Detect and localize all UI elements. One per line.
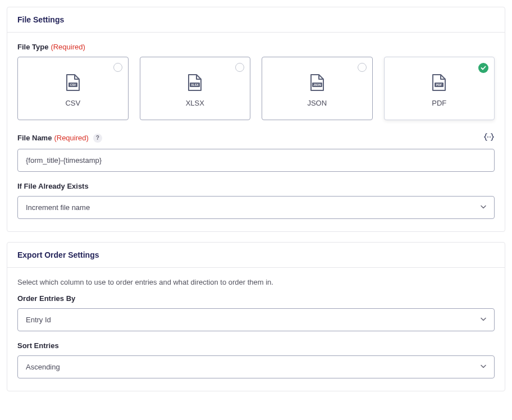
order-by-select-wrap: Entry Id bbox=[17, 308, 495, 331]
merge-tag-icon[interactable] bbox=[483, 133, 495, 143]
file-name-label-row: File Name (Required) ? bbox=[17, 133, 495, 143]
file-type-label: File Type bbox=[17, 43, 48, 51]
file-type-option-json[interactable]: JSON JSON bbox=[262, 57, 373, 120]
export-order-description: Select which column to use to order entr… bbox=[17, 278, 495, 286]
file-settings-body: File Type (Required) CSV CSV bbox=[7, 33, 505, 231]
if-exists-label: If File Already Exists bbox=[17, 182, 495, 190]
file-type-label-row: File Type (Required) bbox=[17, 43, 495, 51]
svg-text:XLSX: XLSX bbox=[191, 83, 199, 86]
file-name-required: (Required) bbox=[54, 134, 88, 142]
json-file-icon: JSON bbox=[308, 73, 327, 92]
file-type-option-label: PDF bbox=[390, 99, 489, 107]
export-order-title: Export Order Settings bbox=[7, 243, 505, 268]
radio-unchecked-icon bbox=[358, 63, 367, 72]
file-type-required: (Required) bbox=[51, 43, 85, 51]
svg-point-8 bbox=[487, 136, 488, 138]
svg-text:JSON: JSON bbox=[313, 83, 321, 86]
export-order-section: Export Order Settings Select which colum… bbox=[7, 242, 505, 391]
file-type-option-label: JSON bbox=[268, 99, 367, 107]
help-icon[interactable]: ? bbox=[93, 134, 102, 143]
file-settings-section: File Settings File Type (Required) CSV C… bbox=[7, 7, 505, 232]
sort-entries-select-wrap: Ascending bbox=[17, 355, 495, 378]
svg-point-9 bbox=[490, 136, 491, 138]
file-settings-title: File Settings bbox=[7, 7, 505, 33]
file-type-option-label: XLSX bbox=[146, 99, 245, 107]
svg-text:CSV: CSV bbox=[70, 83, 76, 86]
sort-entries-label: Sort Entries bbox=[17, 341, 495, 350]
file-name-label: File Name bbox=[17, 134, 52, 142]
radio-unchecked-icon bbox=[113, 63, 122, 72]
svg-text:PDF: PDF bbox=[436, 83, 442, 86]
sort-entries-select[interactable]: Ascending bbox=[17, 355, 495, 378]
pdf-file-icon: PDF bbox=[429, 73, 449, 92]
export-order-body: Select which column to use to order entr… bbox=[7, 268, 505, 391]
csv-file-icon: CSV bbox=[63, 73, 83, 92]
order-by-label: Order Entries By bbox=[17, 294, 495, 303]
radio-checked-icon bbox=[478, 63, 488, 73]
file-type-option-csv[interactable]: CSV CSV bbox=[17, 57, 129, 120]
xlsx-file-icon: XLSX bbox=[185, 73, 204, 92]
radio-unchecked-icon bbox=[235, 63, 244, 72]
order-by-select[interactable]: Entry Id bbox=[17, 308, 495, 331]
if-exists-select[interactable]: Increment file name bbox=[17, 196, 495, 219]
file-name-input[interactable] bbox=[17, 149, 495, 172]
file-type-option-label: CSV bbox=[24, 99, 122, 107]
file-type-option-xlsx[interactable]: XLSX XLSX bbox=[140, 57, 251, 120]
if-exists-select-wrap: Increment file name bbox=[17, 196, 495, 219]
file-type-option-pdf[interactable]: PDF PDF bbox=[384, 57, 495, 120]
file-type-options: CSV CSV XLSX XLSX bbox=[17, 57, 495, 120]
